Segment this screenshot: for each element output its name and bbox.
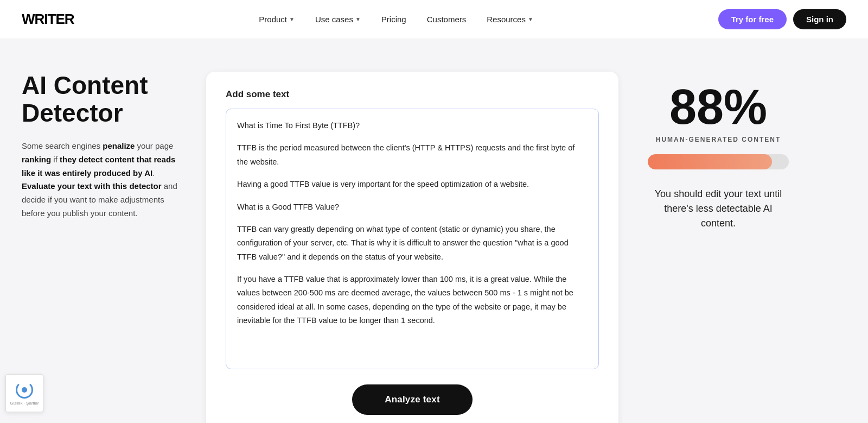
recaptcha-icon <box>16 381 33 399</box>
paragraph-6: If you have a TTFB value that is approxi… <box>237 273 588 328</box>
progress-bar-container <box>648 154 789 169</box>
text-content: What is Time To First Byte (TTFB)? TTFB … <box>237 119 588 328</box>
paragraph-5: TTFB can vary greatly depending on what … <box>237 223 588 264</box>
recaptcha-widget: Gizlilik · Şartlar <box>5 374 43 412</box>
center-panel: Add some text What is Time To First Byte… <box>206 72 618 423</box>
right-panel: 88% HUMAN-GENERATED CONTENT You should e… <box>618 72 792 231</box>
sign-in-button[interactable]: Sign in <box>793 9 846 29</box>
nav-links: Product ▼ Use cases ▼ Pricing Customers … <box>251 10 541 28</box>
nav-customers[interactable]: Customers <box>419 10 474 28</box>
add-text-label: Add some text <box>226 89 599 100</box>
nav-pricing[interactable]: Pricing <box>374 10 414 28</box>
page-content: AI Content Detector Some search engines … <box>0 39 868 423</box>
navigation: WRITER Product ▼ Use cases ▼ Pricing Cus… <box>0 0 868 39</box>
recaptcha-links[interactable]: Gizlilik · Şartlar <box>10 401 39 406</box>
progress-bar-fill <box>648 154 772 169</box>
paragraph-2: TTFB is the period measured between the … <box>237 141 588 169</box>
nav-product[interactable]: Product ▼ <box>251 10 302 28</box>
percentage-display: 88% <box>669 83 767 131</box>
analyze-button[interactable]: Analyze text <box>352 384 473 415</box>
paragraph-4: What is a Good TTFB Value? <box>237 200 588 214</box>
human-label: HUMAN-GENERATED CONTENT <box>656 136 781 143</box>
chevron-down-icon: ▼ <box>528 16 533 22</box>
page-title: AI Content Detector <box>22 72 184 127</box>
chevron-down-icon: ▼ <box>289 16 295 22</box>
result-message: You should edit your text until there's … <box>653 187 783 231</box>
logo[interactable]: WRITER <box>22 11 74 28</box>
description: Some search engines penalize your page r… <box>22 140 184 220</box>
left-panel: AI Content Detector Some search engines … <box>22 72 206 220</box>
chevron-down-icon: ▼ <box>355 16 361 22</box>
nav-actions: Try for free Sign in <box>718 9 846 29</box>
nav-resources[interactable]: Resources ▼ <box>479 10 541 28</box>
text-area[interactable]: What is Time To First Byte (TTFB)? TTFB … <box>226 109 599 369</box>
try-for-free-button[interactable]: Try for free <box>718 9 787 29</box>
analyze-btn-wrapper: Analyze text <box>226 384 599 415</box>
paragraph-1: What is Time To First Byte (TTFB)? <box>237 119 588 132</box>
nav-use-cases[interactable]: Use cases ▼ <box>308 10 368 28</box>
paragraph-3: Having a good TTFB value is very importa… <box>237 178 588 191</box>
